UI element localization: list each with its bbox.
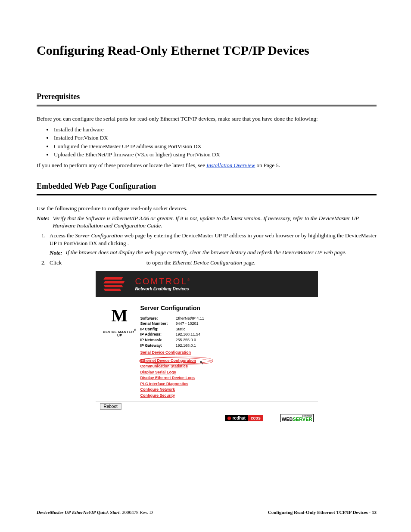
page-title: Configuring Read-Only Ethernet TCP/IP De… (37, 43, 377, 58)
info-value: 255.255.0.0 (176, 337, 196, 343)
text-fragment: on Page 5. (255, 162, 280, 168)
info-value: 192.168.11.54 (176, 332, 201, 337)
display-serial-logs-link[interactable]: Display Serial Logs (140, 370, 176, 376)
step-item: Click to open the Ethernet Device Config… (47, 259, 377, 267)
info-label: IP Gateway: (140, 343, 176, 348)
comm-stats-link[interactable]: Communication Statistics (140, 364, 188, 370)
text-fragment: Click (50, 259, 63, 266)
emphasis: Server Configuration (75, 232, 123, 239)
device-master-logo: M DEVICE MASTER® UP (100, 301, 140, 399)
prereq-footer: If you need to perform any of these proc… (37, 162, 377, 169)
text-fragment: If you need to perform any of these proc… (37, 162, 206, 168)
note-label: Note: (37, 215, 50, 230)
page-footer: DeviceMaster UP EtherNet/IP Quick Start:… (37, 510, 377, 515)
text-fragment: to open the (146, 259, 173, 266)
text-fragment: . (128, 240, 129, 246)
ethernet-device-config-link[interactable]: Ethernet Device Configuration (140, 358, 196, 364)
redhat-icon (227, 417, 231, 420)
text-fragment: Access the (50, 232, 75, 239)
info-value: Static (176, 327, 186, 332)
note-block: Note: Verify that the Software is Ethern… (37, 215, 377, 230)
plc-diagnostics-link[interactable]: PLC Interface Diagnostics (140, 381, 189, 387)
display-ethernet-logs-link[interactable]: Display Ethernet Device Logs (140, 375, 195, 381)
cursor-icon: ↖ (199, 360, 204, 366)
info-label: Serial Number: (140, 321, 176, 327)
installation-overview-link[interactable]: Installation Overview (206, 162, 255, 168)
configure-network-link[interactable]: Configure Network (140, 387, 175, 393)
prereq-intro: Before you can configure the serial port… (37, 115, 377, 123)
serial-device-config-link[interactable]: Serial Device Configuration (140, 350, 191, 356)
info-label: IP Netmask: (140, 337, 176, 343)
server-config-title: Server Configuration (140, 305, 314, 311)
info-label: IP Config: (140, 327, 176, 332)
info-grid: Software:EtherNet/IP 4.11 Serial Number:… (140, 316, 314, 348)
bullet-item: Configured the DeviceMaster UP IP addres… (53, 142, 377, 151)
note-label: Note: (50, 249, 62, 257)
embed-intro: Use the following procedure to configure… (37, 205, 377, 212)
footer-doc-title: DeviceMaster UP EtherNet/IP Quick Start (37, 510, 119, 515)
info-label: IP Address: (140, 332, 176, 337)
reboot-button[interactable]: Reboot (100, 403, 121, 410)
brand-tagline: Network Enabling Devices (135, 286, 191, 291)
bullet-item: Uploaded the EtherNet/IP firmware (V3.x … (53, 150, 377, 159)
section-rule (37, 105, 377, 106)
bullet-item: Installed the hardware (53, 125, 377, 134)
redhat-badge: redhat (225, 415, 248, 421)
ecos-badge: ecos (248, 415, 263, 421)
step-item: Access the Server Configuration web page… (47, 232, 377, 256)
screenshot-header: COMTROL® Network Enabling Devices (96, 271, 318, 297)
embedded-config-heading: Embedded Web Page Configuration (37, 182, 377, 191)
configure-security-link[interactable]: Configure Security (140, 393, 175, 399)
text-fragment: page. (242, 259, 255, 266)
section-rule (37, 194, 377, 196)
note-text: If the browser does not display the web … (66, 249, 347, 257)
footer-doc-rev: : 2000478 Rev. D (119, 510, 153, 515)
comtrol-logo-icon (104, 275, 123, 292)
webserver-badge: goahead WEBSERVER (280, 414, 314, 422)
info-value: EtherNet/IP 4.11 (176, 316, 204, 321)
note-block: Note: If the browser does not display th… (50, 249, 377, 257)
info-label: Software: (140, 316, 176, 321)
bullet-item: Installed PortVision DX (53, 134, 377, 142)
note-text: Verify that the Software is Ethernet/IP … (53, 215, 377, 230)
prerequisites-heading: Prerequisites (37, 92, 377, 101)
info-value: 9447 - 10201 (176, 321, 199, 327)
server-config-screenshot: COMTROL® Network Enabling Devices M DEVI… (96, 271, 318, 424)
footer-page-info: Configuring Read-Only Ethernet TCP/IP De… (268, 510, 377, 515)
info-value: 192.168.0.1 (176, 343, 196, 348)
brand-name: COMTROL® (135, 277, 191, 286)
emphasis: Ethernet Device Configuration (173, 259, 242, 266)
